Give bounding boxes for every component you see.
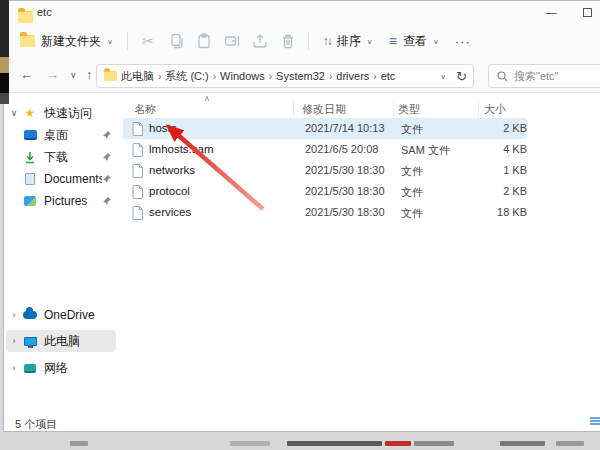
chevron-down-icon[interactable]: ∨	[6, 108, 22, 118]
share-button[interactable]	[246, 28, 274, 54]
file-type: 文件	[401, 122, 423, 137]
maximize-button[interactable]	[572, 1, 600, 23]
this-pc-icon	[24, 337, 37, 346]
sort-label: 排序	[337, 33, 361, 50]
breadcrumb-system32[interactable]: System32	[273, 70, 328, 82]
view-button[interactable]: ≡ 查看 ∨	[381, 28, 447, 55]
sidebar-item-quick-access[interactable]: ∨ ★ 快速访问	[6, 102, 116, 124]
file-row-services[interactable]: services 2021/5/30 18:30 文件 18 KB	[123, 202, 527, 223]
file-row-hosts[interactable]: hosts 2021/7/14 10:13 文件 2 KB	[123, 118, 527, 139]
rename-button[interactable]	[218, 28, 246, 54]
file-icon	[132, 164, 144, 178]
chevron-right-icon[interactable]: ›	[6, 363, 22, 373]
file-size: 4 KB	[453, 143, 527, 155]
sidebar-item-pictures[interactable]: Pictures	[6, 190, 116, 212]
chevron-down-icon: ∨	[433, 37, 439, 44]
window-title: etc	[37, 6, 52, 18]
file-icon	[132, 185, 144, 199]
share-icon	[252, 33, 268, 49]
column-divider[interactable]	[478, 101, 479, 117]
file-size: 2 KB	[453, 122, 527, 134]
file-name: hosts	[149, 122, 177, 134]
details-view-toggle-icon[interactable]	[590, 417, 600, 428]
minimize-icon: —	[546, 6, 557, 18]
column-divider[interactable]	[393, 101, 394, 117]
more-options-button[interactable]: ···	[447, 29, 479, 54]
paste-button[interactable]	[190, 28, 218, 54]
forward-button[interactable]: →	[46, 67, 59, 82]
navigation-pane: ∨ ★ 快速访问 桌面 下载 Documents Pictu	[4, 93, 120, 417]
maximize-icon	[583, 8, 592, 17]
column-header-date[interactable]: 修改日期	[302, 102, 346, 117]
breadcrumb-drive-c[interactable]: 系统 (C:)	[162, 69, 211, 84]
breadcrumb-windows[interactable]: Windows	[217, 70, 268, 82]
background-artifact	[287, 441, 382, 446]
file-row-lmhosts[interactable]: lmhosts.sam 2021/6/5 20:08 SAM 文件 4 KB	[123, 139, 527, 160]
sidebar-item-label: 桌面	[38, 127, 102, 144]
address-dropdown-icon[interactable]: ∨	[440, 72, 446, 79]
search-icon	[497, 71, 508, 82]
back-button[interactable]: ←	[20, 67, 33, 82]
toolbar-divider	[308, 32, 309, 50]
background-artifact	[500, 441, 545, 446]
network-icon	[24, 364, 36, 373]
file-row-networks[interactable]: networks 2021/5/30 18:30 文件 1 KB	[123, 160, 527, 181]
sidebar-item-downloads[interactable]: 下载	[6, 146, 116, 168]
address-bar[interactable]: 此电脑 › 系统 (C:) › Windows › System32 › dri…	[96, 64, 474, 88]
chevron-down-icon: ∨	[107, 37, 113, 44]
breadcrumb-drivers[interactable]: drivers	[333, 70, 372, 82]
new-folder-button[interactable]: 新建文件夹 ∨	[12, 28, 121, 55]
sidebar-item-documents[interactable]: Documents	[6, 168, 116, 190]
address-bar-row: ← → ∨ ↑ 此电脑 › 系统 (C:) › Windows › System…	[4, 59, 600, 93]
paste-icon	[196, 33, 212, 49]
column-header-size[interactable]: 大小	[484, 102, 506, 117]
desktop-icon	[24, 130, 37, 140]
delete-icon	[280, 33, 296, 49]
background-window-edge	[0, 0, 9, 104]
sidebar-item-label: 快速访问	[38, 105, 116, 122]
toolbar-divider	[127, 32, 128, 50]
sidebar-item-network[interactable]: › 网络	[6, 357, 116, 379]
chevron-right-icon[interactable]: ›	[6, 310, 22, 320]
search-input[interactable]	[514, 70, 594, 82]
background-artifact	[70, 441, 88, 446]
file-icon	[132, 122, 144, 136]
chevron-right-icon[interactable]: ›	[6, 336, 22, 346]
file-name: lmhosts.sam	[149, 143, 214, 155]
sort-button[interactable]: ↑↓ 排序 ∨	[315, 28, 381, 55]
column-header-name[interactable]: 名称	[134, 102, 156, 117]
copy-button[interactable]	[162, 28, 190, 54]
background-artifact	[556, 441, 584, 446]
location-folder-icon	[104, 71, 117, 81]
recent-locations-button[interactable]: ∨	[70, 70, 77, 80]
file-explorer-window: etc — 新建文件夹 ∨ ✂ ↑↓ 排序	[3, 0, 600, 432]
titlebar[interactable]: etc —	[4, 1, 600, 23]
cut-icon: ✂	[142, 33, 154, 49]
sidebar-item-this-pc[interactable]: › 此电脑	[6, 330, 116, 352]
minimize-button[interactable]: —	[536, 1, 566, 23]
file-row-protocol[interactable]: protocol 2021/5/30 18:30 文件 2 KB	[123, 181, 527, 202]
background-artifact	[230, 441, 270, 446]
breadcrumb-this-pc[interactable]: 此电脑	[118, 69, 157, 84]
refresh-icon[interactable]: ↻	[456, 69, 467, 84]
breadcrumb-etc[interactable]: etc	[378, 70, 399, 82]
file-date: 2021/5/30 18:30	[305, 185, 385, 197]
sidebar-item-desktop[interactable]: 桌面	[6, 124, 116, 146]
file-name: services	[149, 206, 191, 218]
delete-button[interactable]	[274, 28, 302, 54]
sort-ascending-icon: ∧	[204, 94, 210, 103]
column-header-type[interactable]: 类型	[398, 102, 420, 117]
file-icon	[132, 206, 144, 220]
cut-button[interactable]: ✂	[134, 28, 162, 54]
column-divider[interactable]	[293, 101, 294, 117]
file-icon	[132, 143, 144, 157]
sidebar-item-label: Documents	[38, 172, 102, 186]
search-box[interactable]	[488, 64, 600, 88]
copy-icon	[168, 33, 184, 49]
sidebar-item-label: Pictures	[38, 194, 102, 208]
file-date: 2021/5/30 18:30	[305, 206, 385, 218]
up-button[interactable]: ↑	[86, 67, 93, 82]
sort-icon: ↑↓	[323, 34, 331, 48]
file-date: 2021/7/14 10:13	[305, 122, 385, 134]
sidebar-item-onedrive[interactable]: › OneDrive	[6, 304, 116, 326]
